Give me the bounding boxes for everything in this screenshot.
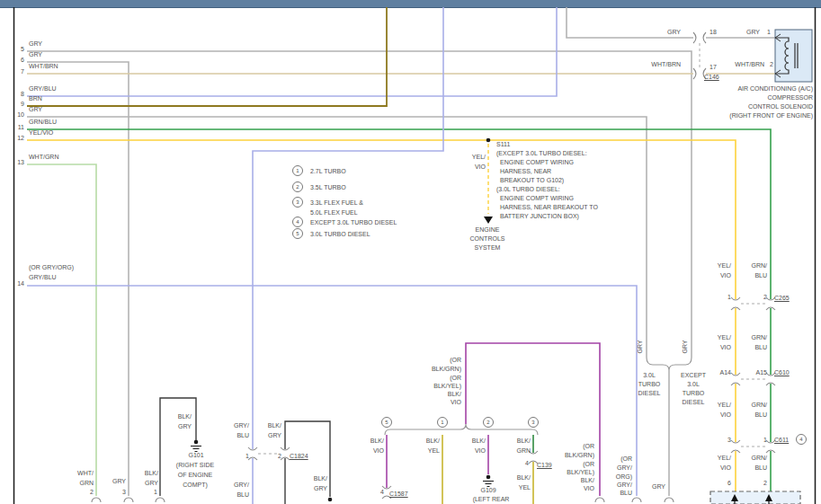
branch3-wire-a: BLK/ bbox=[517, 437, 531, 445]
wire10-pin: 10 bbox=[17, 111, 24, 119]
branch3-wire-b: GRN bbox=[516, 447, 531, 455]
yelvio-seg1-a: YEL/ bbox=[718, 261, 731, 270]
c1824-pin1-connector bbox=[248, 447, 257, 460]
c146-pin18-connector bbox=[693, 32, 706, 43]
connector-c146-link[interactable]: C146 bbox=[704, 73, 719, 81]
c265-pin1-connector bbox=[731, 297, 740, 310]
yelvio-seg3-a: YEL/ bbox=[718, 401, 731, 409]
gry-bottom-label: GRY bbox=[112, 477, 126, 485]
vio-btm-label-2: BLK/GRN) bbox=[565, 451, 594, 459]
connector-c611-link[interactable]: C611 bbox=[774, 436, 789, 444]
gryblu-btm-label-1: (OR bbox=[620, 455, 632, 463]
yelvio-seg1-b: VIO bbox=[720, 271, 731, 279]
gry-wire-label-right: GRY bbox=[746, 28, 760, 36]
connector-c610-link[interactable]: C610 bbox=[774, 368, 790, 376]
c1824-belowL-b: BLU bbox=[236, 491, 249, 499]
legend-badge-2: 2 bbox=[292, 181, 303, 192]
splice-note-7: HARNESS, NEAR BREAKOUT TO bbox=[500, 203, 598, 211]
g101-loc-3: COMPT) bbox=[183, 481, 208, 489]
c1824-pin-1: 1 bbox=[245, 452, 249, 460]
pin3-cavity bbox=[124, 498, 133, 502]
legend-item-3b: 5.0L FLEX FUEL bbox=[310, 208, 358, 217]
whtbrn-wire-label-right: WHT/BRN bbox=[735, 60, 764, 68]
c1824-belowL-a: GRY/ bbox=[234, 481, 249, 489]
c146-pin-17: 17 bbox=[709, 63, 717, 71]
wiring-diagram-page: GRY 5 GRY 6 WHT/BRN 7 GRY/BLU 8 BRN 9 GR… bbox=[0, 0, 821, 504]
splice-note-5: (3.0L TURBO DIESEL: bbox=[496, 185, 560, 193]
branch2-wire-a: BLK/ bbox=[472, 437, 486, 445]
wire12-pin: 12 bbox=[17, 134, 24, 142]
grnblu-seg4-b: BLU bbox=[754, 464, 767, 472]
grnblu-seg4-a: GRN/ bbox=[752, 454, 768, 462]
c1824-wireL-a: GRY/ bbox=[234, 421, 249, 429]
wire6-pin: 6 bbox=[21, 56, 24, 64]
vio-btm-label-6: VIO bbox=[584, 484, 594, 492]
branch1-wire-a: BLK/ bbox=[426, 437, 440, 445]
branch5-wire-a: BLK/ bbox=[370, 437, 384, 445]
cond-exc-4: DIESEL bbox=[683, 398, 705, 406]
vio-btm-label-5: BLK/ bbox=[581, 476, 594, 484]
g109-location: (LEFT REAR bbox=[473, 495, 510, 503]
yelvio-seg2-b: VIO bbox=[720, 343, 731, 351]
feed-label-1: (OR bbox=[450, 356, 461, 364]
gry-bottom-cavity bbox=[665, 498, 674, 502]
vio-btm-label-3: (OR bbox=[583, 460, 594, 468]
splice-note-3: HARNESS, NEAR bbox=[500, 167, 551, 175]
branch3-below-b: YEL bbox=[519, 483, 531, 491]
wire13-pin: 13 bbox=[17, 158, 24, 166]
wire5-pin: 5 bbox=[21, 45, 24, 53]
g101-pinwire-a: BLK/ bbox=[145, 469, 158, 477]
c139-pin: 4 bbox=[525, 459, 529, 467]
connector-c1824-link[interactable]: C1824 bbox=[290, 452, 308, 460]
branch-bracket bbox=[385, 424, 538, 435]
cond-exc-2: 3.0L bbox=[687, 380, 700, 388]
connector-symbols bbox=[92, 32, 775, 502]
g101-pinwire-b: GRY bbox=[145, 479, 158, 487]
cond-30l-1: 3.0L bbox=[643, 371, 656, 379]
wire7-label: WHT/BRN bbox=[29, 62, 58, 70]
pin1-cavity bbox=[156, 498, 165, 502]
wire8-label: GRY/BLU bbox=[29, 84, 57, 93]
whtgrn-bottom-a: WHT/ bbox=[77, 469, 94, 477]
splice-note-4: BREAKOUT TO G102) bbox=[500, 176, 564, 184]
c611-pin-l: 3 bbox=[727, 436, 731, 444]
c146-pin-18: 18 bbox=[709, 28, 717, 36]
branch5-badge: 5 bbox=[381, 417, 392, 428]
legend-badge-1: 1 bbox=[292, 165, 303, 176]
grnblu-seg3-b: BLU bbox=[754, 411, 767, 419]
feed-label-2: BLK/GRN) bbox=[432, 365, 461, 373]
destination-box bbox=[710, 491, 800, 504]
splice-note-8: BATTERY JUNCTION BOX) bbox=[500, 212, 579, 220]
branch3-below-a: BLK/ bbox=[517, 473, 531, 482]
g101-loc-2: OF ENGINE bbox=[178, 471, 213, 479]
cond-30l-2: TURBO bbox=[638, 380, 661, 388]
splice-wire-label-1: YEL/ bbox=[472, 153, 486, 161]
legend-badge-5: 5 bbox=[292, 228, 303, 239]
gry-wire-label-left: GRY bbox=[667, 28, 681, 36]
c265-pin-l: 1 bbox=[727, 293, 731, 301]
solenoid-name-2: COMPRESSOR bbox=[767, 93, 813, 102]
dest-controls: CONTROLS bbox=[470, 234, 505, 243]
connector-c1587-link[interactable]: C1587 bbox=[389, 490, 408, 498]
wire-13-wht-grn bbox=[27, 164, 96, 496]
c1824-wireL-b: BLU bbox=[236, 431, 249, 439]
feed-label-3: (OR bbox=[450, 374, 461, 382]
legend-item-5: 3.0L TURBO DIESEL bbox=[310, 230, 370, 238]
c1824-wireR-a: BLK/ bbox=[268, 421, 281, 429]
gry-rotated-label-left: GRY bbox=[636, 340, 644, 353]
c610-pin-r: A15 bbox=[756, 368, 767, 376]
branch1-wire-b: YEL bbox=[428, 447, 440, 455]
wire11-label: GRN/BLU bbox=[29, 118, 57, 126]
cond-30l-3: DIESEL bbox=[638, 389, 661, 397]
connector-c265-link[interactable]: C265 bbox=[774, 294, 790, 302]
grnblu-seg2-b: BLU bbox=[754, 343, 767, 351]
whtbrn-wire-label-left: WHT/BRN bbox=[651, 60, 681, 68]
gryblu-bottom-cavity bbox=[632, 498, 641, 502]
c265-pin-r: 2 bbox=[763, 293, 767, 301]
connector-c139-link[interactable]: C139 bbox=[537, 461, 552, 469]
branch2-badge: 2 bbox=[483, 417, 494, 428]
wire6-label: GRY bbox=[29, 50, 42, 58]
solenoid-name-4: (RIGHT FRONT OF ENGINE) bbox=[729, 111, 813, 119]
gryblu-btm-label-2: GRY/ bbox=[617, 464, 632, 472]
legend-item-4: EXCEPT 3.0L TURBO DIESEL bbox=[310, 218, 397, 226]
